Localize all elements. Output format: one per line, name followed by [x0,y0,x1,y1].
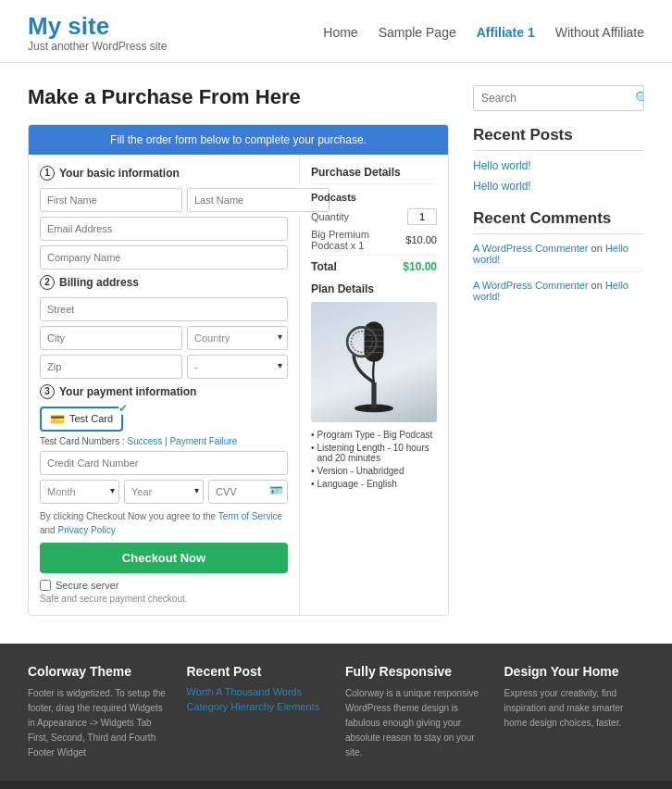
zip-code-select[interactable]: - [187,355,288,379]
search-button[interactable]: 🔍 [628,86,644,110]
podcasts-section-label: Podcasts [311,192,437,203]
commenter-2-link[interactable]: A WordPress Commenter [473,280,589,291]
footer-col-1: Colorway Theme Footer is widgetized. To … [28,664,168,760]
month-select[interactable]: Month [40,480,119,504]
footer-col-3-title: Fully Responsive [345,664,486,679]
plan-title: Plan Details [311,282,437,295]
form-left-panel: 1 Your basic information 2 Billing addre… [29,155,300,615]
nav-sample-page[interactable]: Sample Page [379,25,456,40]
plan-image [311,302,437,422]
footer-col-3-text: Colorway is a unique responsive WordPres… [345,686,486,760]
terms-link[interactable]: Term of Service [218,511,282,521]
main-content: Make a Purchase From Here Fill the order… [0,63,672,634]
recent-post-1[interactable]: Hello world! [473,159,644,172]
section3-label: 3 Your payment information [40,384,288,399]
site-title: My site [28,13,168,40]
section2-label: 2 Billing address [40,275,288,290]
section3-num: 3 [40,384,55,399]
total-label: Total [311,260,337,273]
year-select[interactable]: Year [124,480,204,504]
footer-col-4-text: Express your creativity, find inspiratio… [504,686,645,731]
purchase-details-title: Purchase Details [311,166,437,184]
nav-home[interactable]: Home [323,25,357,40]
cvv-input[interactable] [208,480,288,504]
item-label: Big Premium Podcast x 1 [311,229,405,251]
form-body: 1 Your basic information 2 Billing addre… [29,155,448,615]
checkout-button[interactable]: Checkout Now [40,543,288,573]
card-btn-label: Test Card [69,413,113,424]
footer-col-2-title: Recent Post [187,664,328,679]
email-input[interactable] [40,217,288,241]
section2-num: 2 [40,275,55,290]
microphone-icon [342,307,406,418]
nav-affiliate1[interactable]: Affiliate 1 [477,25,535,40]
plan-feature-2: •Listening Length - 10 hours and 20 minu… [311,443,437,463]
test-card-info: Test Card Numbers : Success | Payment Fa… [40,436,288,446]
footer-bottom: My site - Just another WordPress site Co… [0,781,672,789]
company-input[interactable] [40,245,288,269]
check-icon: ✔ [118,402,128,415]
main-nav: Home Sample Page Affiliate 1 Without Aff… [323,25,644,40]
total-price: $10.00 [403,260,437,273]
credit-card-icon: 💳 [50,412,65,426]
secure-label: Secure server [56,580,118,591]
safe-text: Safe and secure payment checkout. [40,594,288,604]
quantity-label: Quantity [311,211,349,222]
credit-card-number-input[interactable] [40,451,288,475]
secure-checkbox[interactable] [40,580,51,591]
site-tagline: Just another WordPress site [28,40,168,53]
plan-features-list: •Program Type - Big Podcast •Listening L… [311,430,437,489]
site-branding: My site Just another WordPress site [28,13,168,53]
footer-col-4-title: Design Your Home [504,664,645,679]
content-area: Make a Purchase From Here Fill the order… [28,85,449,616]
failure-link[interactable]: Payment Failure [169,436,237,446]
city-input[interactable] [40,326,182,350]
footer-col-2: Recent Post Worth A Thousand Words Categ… [187,664,328,760]
form-header-text: Fill the order form below to complete yo… [110,133,367,146]
item-price: $10.00 [405,234,437,245]
recent-posts-title: Recent Posts [473,126,644,151]
footer-post-link-1[interactable]: Worth A Thousand Words [187,686,328,697]
plan-feature-3: •Version - Unabridged [311,466,437,476]
comment-entry-1: A WordPress Commenter on Hello world! [473,243,644,272]
footer-col-1-text: Footer is widgetized. To setup the foote… [28,686,168,760]
purchase-details-panel: Purchase Details Podcasts Quantity Big P… [300,155,448,615]
footer-col-3: Fully Responsive Colorway is a unique re… [345,664,486,760]
comment-entry-2: A WordPress Commenter on Hello world! [473,280,644,302]
test-card-button[interactable]: 💳 Test Card [40,407,123,432]
page-title: Make a Purchase From Here [28,85,449,109]
privacy-link[interactable]: Privacy Policy [57,525,115,535]
street-input[interactable] [40,297,288,321]
footer-col-1-title: Colorway Theme [28,664,168,679]
nav-without-affiliate[interactable]: Without Affiliate [555,25,644,40]
commenter-1-link[interactable]: A WordPress Commenter [473,243,589,254]
footer-post-link-2[interactable]: Category Hierarchy Elements [187,701,328,712]
footer-main: Colorway Theme Footer is widgetized. To … [0,644,672,781]
quantity-input[interactable] [407,208,437,225]
success-link[interactable]: Success [127,436,162,446]
plan-feature-1: •Program Type - Big Podcast [311,430,437,440]
form-header-bar: Fill the order form below to complete yo… [29,125,448,155]
plan-feature-4: •Language - English [311,479,437,489]
recent-comments-title: Recent Comments [473,209,644,234]
checkout-terms: By clicking Checkout Now you agree to th… [40,509,288,537]
recent-post-2[interactable]: Hello world! [473,180,644,193]
footer-col-4: Design Your Home Express your creativity… [504,664,645,760]
search-box: 🔍 [473,85,644,111]
header: My site Just another WordPress site Home… [0,0,672,63]
sidebar: 🔍 Recent Posts Hello world! Hello world!… [473,85,644,616]
country-select[interactable]: Country [187,326,288,350]
search-input[interactable] [474,86,628,110]
first-name-input[interactable] [40,188,182,212]
svg-rect-1 [371,382,376,407]
section1-label: 1 Your basic information [40,166,288,181]
recent-posts-section: Recent Posts Hello world! Hello world! [473,126,644,193]
section1-num: 1 [40,166,55,181]
purchase-form-box: Fill the order form below to complete yo… [28,124,449,616]
zip-input[interactable] [40,355,182,379]
recent-comments-section: Recent Comments A WordPress Commenter on… [473,209,644,302]
